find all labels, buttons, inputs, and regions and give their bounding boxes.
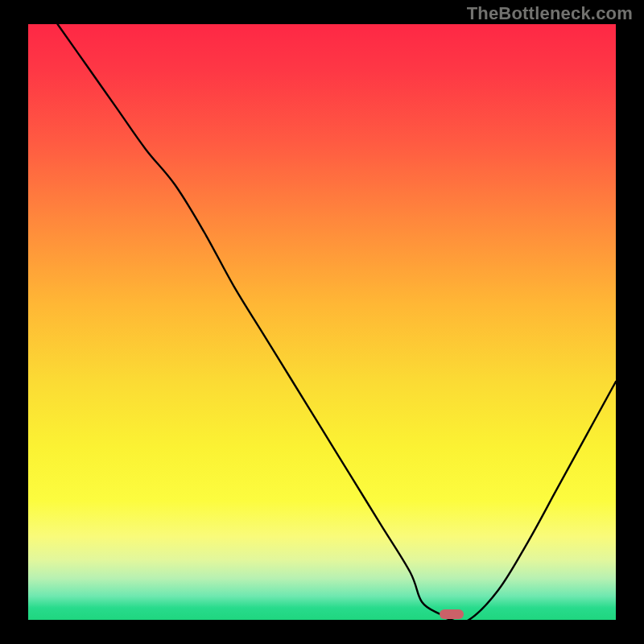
- bottleneck-curve: [28, 24, 616, 620]
- optimal-marker: [440, 609, 464, 619]
- chart-frame: TheBottleneck.com: [0, 0, 644, 644]
- plot-area: [28, 24, 616, 620]
- watermark-text: TheBottleneck.com: [467, 3, 633, 24]
